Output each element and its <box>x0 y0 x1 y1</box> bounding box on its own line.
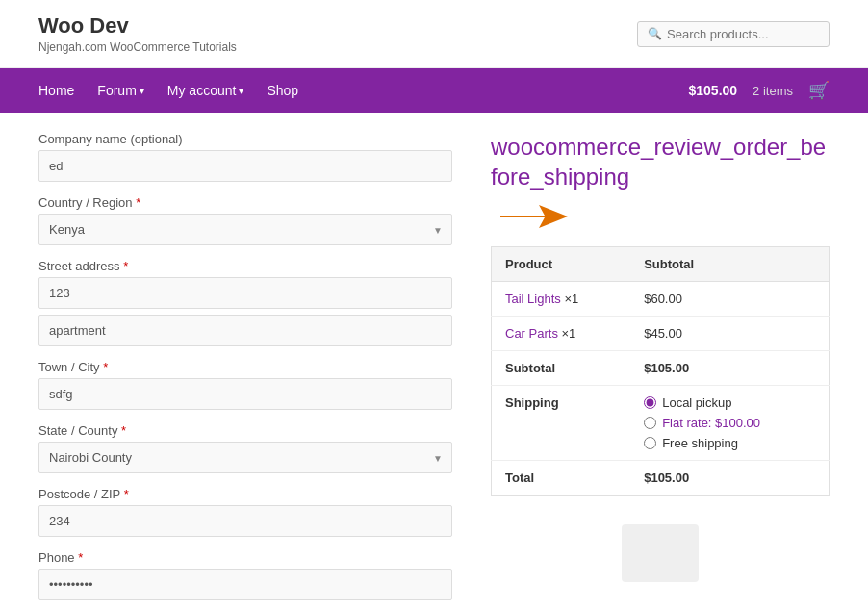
local-pickup-label: Local pickup <box>662 395 731 410</box>
svg-marker-0 <box>500 205 568 228</box>
street-input-2[interactable] <box>38 315 452 346</box>
required-star-state: * <box>121 423 126 438</box>
nav-item-myaccount[interactable]: My account ▾ <box>167 83 244 98</box>
subtotal-row: Subtotal $105.00 <box>492 351 830 386</box>
bottom-figure <box>491 524 830 582</box>
nav-right: $105.00 2 items 🛒 <box>688 80 830 101</box>
postcode-input[interactable] <box>38 505 452 537</box>
company-input[interactable] <box>38 150 452 182</box>
shipping-flat-rate[interactable]: Flat rate: $100.00 <box>644 416 815 430</box>
state-label: State / County * <box>38 423 452 438</box>
main-content: Company name (optional) Country / Region… <box>0 113 868 611</box>
required-star-street: * <box>123 259 128 273</box>
shipping-free[interactable]: Free shipping <box>644 436 815 450</box>
nav-item-home[interactable]: Home <box>38 83 74 98</box>
city-label: Town / City * <box>38 360 452 374</box>
site-tagline: Njengah.com WooCommerce Tutorials <box>38 40 237 54</box>
table-row: Car Parts ×1 $45.00 <box>492 317 830 351</box>
col-product: Product <box>492 247 631 282</box>
shipping-options-cell: Local pickup Flat rate: $100.00 Free shi… <box>630 386 829 461</box>
search-input[interactable] <box>667 27 821 41</box>
state-field-group: State / County * Nairobi County Mombasa … <box>38 423 452 473</box>
site-nav: Home Forum ▾ My account ▾ Shop $105.00 2… <box>0 68 868 113</box>
search-box[interactable]: 🔍 <box>637 21 830 47</box>
search-icon: 🔍 <box>648 27 662 40</box>
total-row: Total $105.00 <box>492 461 830 496</box>
city-input[interactable] <box>38 378 452 410</box>
state-select[interactable]: Nairobi County Mombasa County <box>38 442 452 473</box>
hook-title-row: woocommerce_review_order_before_shipping <box>491 132 830 233</box>
postcode-label: Postcode / ZIP * <box>38 487 452 501</box>
street-label: Street address * <box>38 259 452 273</box>
nav-item-forum[interactable]: Forum ▾ <box>97 83 143 98</box>
total-value: $105.00 <box>630 461 829 496</box>
street-field-group: Street address * <box>38 259 452 346</box>
flat-rate-label: Flat rate: $100.00 <box>662 416 760 430</box>
state-select-wrapper: Nairobi County Mombasa County <box>38 442 452 473</box>
order-review-section: woocommerce_review_order_before_shipping… <box>491 132 830 611</box>
site-title: Woo Dev <box>38 13 237 38</box>
cart-icon[interactable]: 🛒 <box>808 80 830 101</box>
arrow-icon <box>500 203 568 233</box>
subtotal-label: Subtotal <box>492 351 631 386</box>
free-shipping-label: Free shipping <box>662 436 738 450</box>
company-label: Company name (optional) <box>38 132 452 146</box>
shipping-local-pickup[interactable]: Local pickup <box>644 395 815 410</box>
order-table: Product Subtotal Tail Lights ×1 $60.00 C… <box>491 246 830 496</box>
product-subtotal-2: $45.00 <box>630 317 829 351</box>
nav-item-shop[interactable]: Shop <box>267 83 298 98</box>
company-field-group: Company name (optional) <box>38 132 452 182</box>
postcode-field-group: Postcode / ZIP * <box>38 487 452 537</box>
figure-decoration <box>622 524 699 582</box>
radio-free-shipping[interactable] <box>644 437 656 449</box>
phone-field-group: Phone * <box>38 550 452 600</box>
cart-items-count: 2 items <box>753 84 793 98</box>
required-star-city: * <box>103 360 108 374</box>
product-name-1: Tail Lights ×1 <box>492 282 631 317</box>
table-row: Tail Lights ×1 $60.00 <box>492 282 830 317</box>
shipping-options: Local pickup Flat rate: $100.00 Free shi… <box>644 395 815 450</box>
phone-label: Phone * <box>38 550 452 565</box>
shipping-row: Shipping Local pickup Flat rate: $100.00 <box>492 386 830 461</box>
cart-total: $105.00 <box>688 83 737 98</box>
country-select-wrapper: Kenya United States United Kingdom <box>38 214 452 245</box>
required-star-postcode: * <box>124 487 129 501</box>
required-star-phone: * <box>78 550 83 565</box>
total-label: Total <box>492 461 631 496</box>
phone-input[interactable] <box>38 569 452 600</box>
site-branding: Woo Dev Njengah.com WooCommerce Tutorial… <box>38 13 237 54</box>
required-star: * <box>136 195 140 210</box>
radio-flat-rate[interactable] <box>644 417 656 429</box>
street-input-1[interactable] <box>38 277 452 309</box>
myaccount-chevron-icon: ▾ <box>239 86 243 96</box>
nav-left: Home Forum ▾ My account ▾ Shop <box>38 83 298 98</box>
product-name-2: Car Parts ×1 <box>492 317 631 351</box>
radio-local-pickup[interactable] <box>644 396 656 409</box>
product-subtotal-1: $60.00 <box>630 282 829 317</box>
checkout-form: Company name (optional) Country / Region… <box>38 132 452 611</box>
hook-title: woocommerce_review_order_before_shipping <box>491 132 830 191</box>
country-select[interactable]: Kenya United States United Kingdom <box>38 214 452 245</box>
col-subtotal: Subtotal <box>630 247 829 282</box>
shipping-label: Shipping <box>492 386 631 461</box>
country-label: Country / Region * <box>38 195 452 210</box>
subtotal-value: $105.00 <box>630 351 829 386</box>
site-header: Woo Dev Njengah.com WooCommerce Tutorial… <box>0 0 868 68</box>
forum-chevron-icon: ▾ <box>140 86 144 96</box>
city-field-group: Town / City * <box>38 360 452 410</box>
country-field-group: Country / Region * Kenya United States U… <box>38 195 452 245</box>
